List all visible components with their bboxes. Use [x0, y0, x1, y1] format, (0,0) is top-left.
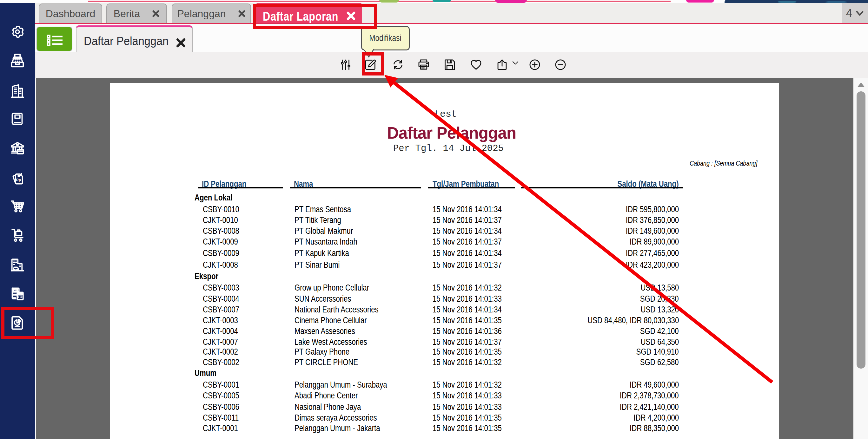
svg-text:Rp: Rp	[16, 178, 21, 182]
svg-text:TAX: TAX	[13, 289, 17, 291]
